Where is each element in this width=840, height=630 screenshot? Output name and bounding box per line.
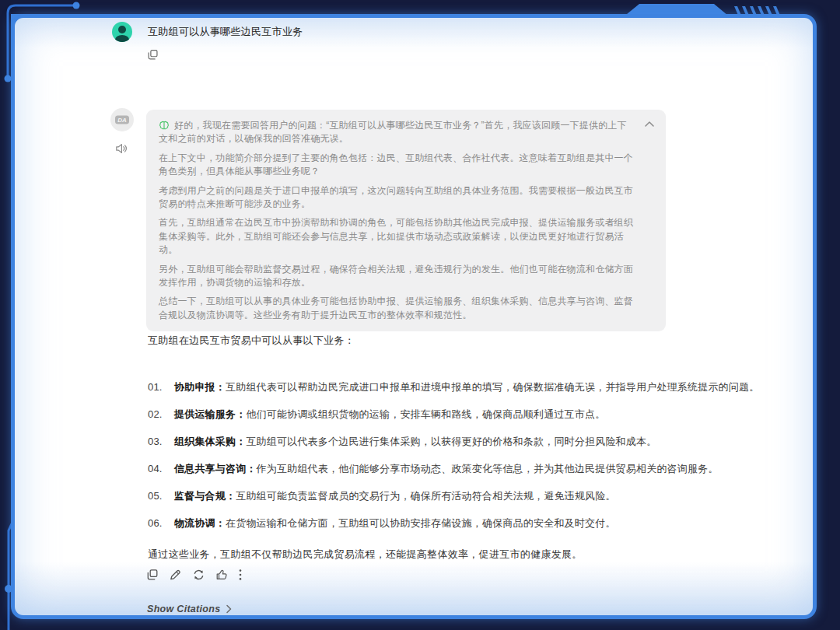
assistant-logo-icon: DA	[114, 114, 130, 126]
copy-icon	[146, 569, 159, 581]
item-desc: 互助组可能负责监督成员的交易行为，确保所有活动符合相关法规，避免违规风险。	[236, 490, 615, 502]
item-desc: 作为互助组代表，他们能够分享市场动态、政策变化等信息，并为其他边民提供贸易相关的…	[257, 463, 719, 474]
item-number: 06.	[148, 516, 174, 530]
answer-intro-text: 互助组在边民互市贸易中可以从事以下业务：	[148, 334, 806, 348]
list-item: 05. 监督与合规：互助组可能负责监督成员的交易行为，确保所有活动符合相关法规，…	[148, 489, 810, 503]
chevron-right-icon	[226, 604, 232, 614]
speaker-icon	[115, 142, 128, 155]
item-title: 监督与合规：	[174, 490, 236, 502]
item-number: 01.	[148, 380, 174, 394]
thinking-block: 好的，我现在需要回答用户的问题：“互助组可以从事哪些边民互市业务？”首先，我应该…	[146, 110, 666, 331]
copy-question-button[interactable]	[147, 49, 159, 61]
collapse-thinking-button[interactable]	[644, 121, 655, 128]
item-number: 02.	[148, 408, 174, 422]
assistant-avatar: DA	[110, 108, 134, 131]
refresh-icon	[192, 569, 205, 581]
copy-response-button[interactable]	[146, 569, 159, 581]
list-item: 03. 组织集体采购：互助组可以代表多个边民进行集体采购，以获得更好的价格和条款…	[148, 435, 810, 449]
item-title: 信息共享与咨询：	[174, 463, 257, 474]
like-button[interactable]	[215, 569, 228, 581]
thinking-paragraph: 另外，互助组可能会帮助监督交易过程，确保符合相关法规，避免违规行为的发生。他们也…	[159, 263, 635, 290]
item-number: 04.	[148, 462, 174, 476]
business-list: 01. 协助申报：互助组代表可以帮助边民完成进口申报单和进境申报单的填写，确保数…	[148, 380, 810, 544]
citations-label: Show Citations	[147, 604, 220, 614]
list-item: 02. 提供运输服务：他们可能协调或组织货物的运输，安排车辆和路线，确保商品顺利…	[148, 408, 810, 422]
item-title: 物流协调：	[174, 517, 226, 529]
list-item: 01. 协助申报：互助组代表可以帮助边民完成进口申报单和进境申报单的填写，确保数…	[148, 380, 810, 394]
item-number: 05.	[148, 489, 174, 503]
copy-icon	[147, 49, 159, 61]
kebab-menu-icon	[238, 569, 243, 581]
thumbs-up-icon	[215, 569, 228, 581]
item-title: 协助申报：	[174, 381, 226, 393]
item-desc: 他们可能协调或组织货物的运输，安排车辆和路线，确保商品顺利通过互市点。	[246, 408, 605, 420]
chat-content: 互助组可以从事哪些边民互市业务 DA	[0, 0, 840, 630]
list-item: 06. 物流协调：在货物运输和仓储方面，互助组可以协助安排存储设施，确保商品的安…	[148, 516, 810, 530]
user-avatar-icon	[112, 22, 132, 42]
response-actions	[146, 569, 243, 581]
pencil-icon	[169, 569, 182, 581]
item-desc: 在货物运输和仓储方面，互助组可以协助安排存储设施，确保商品的安全和及时交付。	[226, 517, 616, 529]
thinking-paragraph: 在上下文中，功能简介部分提到了主要的角色包括：边民、互助组代表、合作社代表。这意…	[159, 152, 635, 179]
item-desc: 互助组可以代表多个边民进行集体采购，以获得更好的价格和条款，同时分担风险和成本。	[246, 436, 656, 447]
user-question-text: 互助组可以从事哪些边民互市业务	[148, 25, 303, 39]
svg-text:DA: DA	[117, 117, 127, 124]
thinking-paragraph: 首先，互助组通常在边民互市中扮演帮助和协调的角色，可能包括协助其他边民完成申报、…	[159, 216, 635, 257]
brain-icon	[159, 120, 170, 131]
person-icon	[118, 26, 126, 33]
chevron-up-icon	[644, 121, 655, 128]
thinking-paragraph: 总结一下，互助组可以从事的具体业务可能包括协助申报、提供运输服务、组织集体采购、…	[159, 295, 635, 322]
read-aloud-button[interactable]	[115, 142, 128, 155]
more-options-button[interactable]	[238, 569, 243, 581]
show-citations-link[interactable]: Show Citations	[147, 604, 232, 614]
item-number: 03.	[148, 435, 174, 449]
tech-frame-stage: 互助组可以从事哪些边民互市业务 DA	[0, 0, 840, 630]
item-desc: 互助组代表可以帮助边民完成进口申报单和进境申报单的填写，确保数据准确无误，并指导…	[226, 381, 759, 393]
regenerate-button[interactable]	[192, 569, 205, 581]
item-title: 提供运输服务：	[174, 408, 246, 420]
user-message-row: 互助组可以从事哪些边民互市业务	[112, 22, 303, 42]
item-title: 组织集体采购：	[174, 436, 246, 447]
thinking-paragraph: 考虑到用户之前的问题是关于进口申报单的填写，这次问题转向互助组的具体业务范围。我…	[159, 184, 635, 212]
answer-closing-text: 通过这些业务，互助组不仅帮助边民完成贸易流程，还能提高整体效率，促进互市的健康发…	[148, 548, 806, 562]
edit-response-button[interactable]	[169, 569, 182, 581]
thinking-paragraph: 好的，我现在需要回答用户的问题：“互助组可以从事哪些边民互市业务？”首先，我应该…	[159, 119, 635, 146]
list-item: 04. 信息共享与咨询：作为互助组代表，他们能够分享市场动态、政策变化等信息，并…	[148, 462, 810, 476]
